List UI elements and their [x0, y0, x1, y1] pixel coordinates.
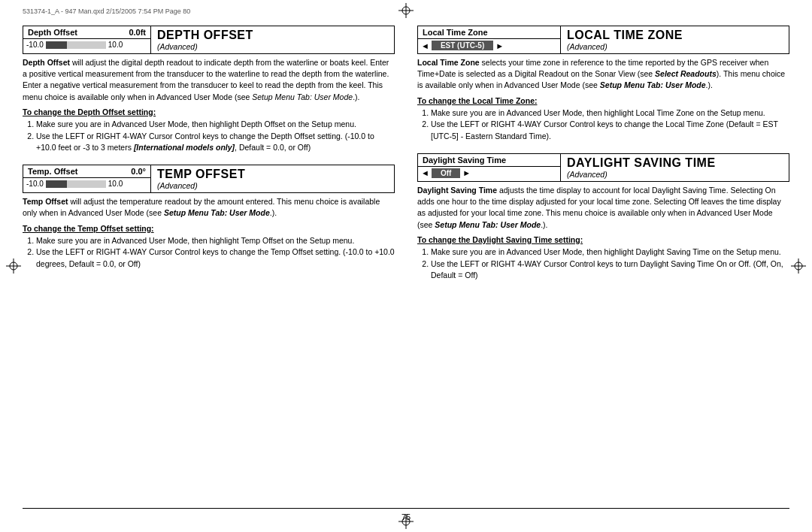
temp-offset-step-1: Make sure you are in Advanced User Mode,… — [36, 235, 395, 247]
daylight-saving-advanced: (Advanced) — [567, 170, 783, 179]
daylight-saving-change-title: To change the Daylight Saving Time setti… — [417, 235, 789, 244]
temp-offset-bold: Temp Offset — [23, 197, 68, 206]
depth-offset-change-title: To change the Depth Offset setting: — [23, 107, 395, 116]
depth-offset-section: Depth Offset 0.0ft -10.0 10.0 DEPTH OF — [23, 26, 395, 154]
depth-offset-step-1: Make sure you are in Advanced User Mode,… — [36, 119, 395, 131]
local-time-zone-change-title: To change the Local Time Zone: — [417, 96, 789, 105]
temp-offset-header: Temp. Offset 0.0° -10.0 10.0 TEMP OFFS — [23, 165, 395, 193]
local-time-zone-advanced: (Advanced) — [567, 42, 783, 51]
temp-offset-slider-row: -10.0 10.0 — [23, 178, 150, 189]
left-column: Depth Offset 0.0ft -10.0 10.0 DEPTH OF — [23, 26, 395, 523]
daylight-saving-section: Daylight Saving Time ◄ Off ► DAYLIGHT SA… — [417, 153, 789, 282]
page-wrapper: 531374-1_A - 947 Man.qxd 2/15/2005 7:54 … — [0, 0, 812, 532]
temp-offset-steps: Make sure you are in Advanced User Mode,… — [36, 235, 395, 271]
local-time-zone-title-area: LOCAL TIME ZONE (Advanced) — [561, 26, 789, 53]
depth-offset-min: -10.0 — [26, 41, 44, 49]
depth-offset-ref: Setup Menu Tab: User Mode — [252, 92, 353, 101]
temp-offset-max: 10.0 — [108, 180, 123, 188]
depth-offset-top-row: Depth Offset 0.0ft — [23, 26, 150, 39]
local-time-zone-top-row: Local Time Zone — [418, 26, 560, 39]
main-content: Depth Offset 0.0ft -10.0 10.0 DEPTH OF — [0, 20, 812, 529]
local-time-zone-ref1-bold: Select Readouts — [655, 69, 717, 78]
depth-offset-fill — [46, 41, 67, 49]
daylight-saving-steps: Make sure you are in Advanced User Mode,… — [431, 246, 789, 282]
temp-offset-top-row: Temp. Offset 0.0° — [23, 165, 150, 178]
temp-offset-min: -10.0 — [26, 180, 44, 188]
daylight-saving-ref: Setup Menu Tab: User Mode — [435, 220, 541, 229]
crosshair-top-marker — [398, 3, 414, 18]
local-time-zone-left-arrow[interactable]: ◄ — [421, 41, 429, 50]
temp-offset-title-area: TEMP OFFSET (Advanced) — [151, 165, 394, 192]
daylight-saving-value: Off — [432, 168, 460, 178]
daylight-saving-left-arrow[interactable]: ◄ — [421, 168, 429, 177]
temp-offset-label: Temp. Offset — [28, 167, 77, 176]
local-time-zone-ref2-bold: Setup Menu Tab: User Mode — [600, 80, 706, 89]
crosshair-right-marker — [791, 258, 806, 274]
daylight-saving-top-row: Daylight Saving Time — [418, 154, 560, 167]
depth-offset-intl: [International models only] — [134, 143, 235, 152]
temp-offset-value: 0.0° — [131, 167, 146, 176]
daylight-saving-step-1: Make sure you are in Advanced User Mode,… — [431, 246, 789, 258]
depth-offset-body: Depth Offset will adjust the digital dep… — [23, 57, 395, 103]
temp-offset-big-title: TEMP OFFSET — [157, 168, 388, 181]
daylight-saving-bold: Daylight Saving Time — [417, 186, 497, 195]
local-time-zone-label-box: Local Time Zone ◄ EST (UTC-5) ► — [418, 26, 561, 53]
right-column: Local Time Zone ◄ EST (UTC-5) ► LOCAL TI… — [417, 26, 789, 523]
local-time-zone-ref2: Setup Menu Tab: User Mode — [600, 80, 706, 89]
daylight-saving-right-arrow[interactable]: ► — [462, 168, 471, 177]
temp-offset-fill — [46, 180, 67, 188]
depth-offset-label: Depth Offset — [28, 28, 77, 37]
temp-offset-step-2: Use the LEFT or RIGHT 4-WAY Cursor Contr… — [36, 246, 395, 271]
temp-offset-track[interactable] — [46, 180, 106, 188]
local-time-zone-step-2: Use the LEFT or RIGHT 4-WAY Cursor Contr… — [431, 119, 789, 143]
local-time-zone-section: Local Time Zone ◄ EST (UTC-5) ► LOCAL TI… — [417, 26, 789, 143]
daylight-saving-step-2: Use the LEFT or RIGHT 4-WAY Cursor Contr… — [431, 258, 789, 283]
crosshair-bottom-marker — [398, 514, 414, 529]
temp-offset-label-box: Temp. Offset 0.0° -10.0 10.0 — [23, 165, 151, 192]
depth-offset-header: Depth Offset 0.0ft -10.0 10.0 DEPTH OF — [23, 26, 395, 54]
local-time-zone-big-title: LOCAL TIME ZONE — [567, 29, 783, 42]
depth-offset-value: 0.0ft — [129, 28, 146, 37]
temp-offset-section: Temp. Offset 0.0° -10.0 10.0 TEMP OFFS — [23, 165, 395, 271]
depth-offset-intl-bold: [International models only] — [134, 143, 235, 152]
local-time-zone-header: Local Time Zone ◄ EST (UTC-5) ► LOCAL TI… — [417, 26, 789, 54]
daylight-saving-body: Daylight Saving Time adjusts the time di… — [417, 185, 789, 231]
depth-offset-max: 10.0 — [108, 41, 123, 49]
daylight-saving-ref-bold: Setup Menu Tab: User Mode — [435, 220, 541, 229]
depth-offset-track[interactable] — [46, 41, 106, 49]
daylight-saving-selector-row: ◄ Off ► — [418, 167, 560, 180]
daylight-saving-big-title: DAYLIGHT SAVING TIME — [567, 156, 783, 170]
depth-offset-label-box: Depth Offset 0.0ft -10.0 10.0 — [23, 26, 151, 53]
depth-offset-advanced: (Advanced) — [157, 42, 388, 51]
local-time-zone-label: Local Time Zone — [423, 28, 488, 37]
depth-offset-big-title: DEPTH OFFSET — [157, 29, 388, 42]
temp-offset-change-title: To change the Temp Offset setting: — [23, 224, 395, 233]
daylight-saving-header: Daylight Saving Time ◄ Off ► DAYLIGHT SA… — [417, 153, 789, 182]
local-time-zone-steps: Make sure you are in Advanced User Mode,… — [431, 107, 789, 143]
local-time-zone-bold: Local Time Zone — [417, 58, 480, 67]
local-time-zone-right-arrow[interactable]: ► — [495, 41, 504, 50]
depth-offset-step-2: Use the LEFT or RIGHT 4-WAY Cursor Contr… — [36, 131, 395, 155]
daylight-saving-title-area: DAYLIGHT SAVING TIME (Advanced) — [561, 154, 789, 181]
temp-offset-body: Temp Offset will adjust the temperature … — [23, 196, 395, 219]
local-time-zone-step-1: Make sure you are in Advanced User Mode,… — [431, 107, 789, 119]
local-time-zone-body: Local Time Zone selects your time zone i… — [417, 57, 789, 92]
temp-offset-ref: Setup Menu Tab: User Mode — [164, 208, 270, 217]
local-time-zone-value: EST (UTC-5) — [432, 41, 493, 50]
daylight-saving-label-box: Daylight Saving Time ◄ Off ► — [418, 154, 561, 181]
depth-offset-steps: Make sure you are in Advanced User Mode,… — [36, 119, 395, 154]
header-meta: 531374-1_A - 947 Man.qxd 2/15/2005 7:54 … — [23, 8, 190, 15]
temp-offset-ref-bold: Setup Menu Tab: User Mode — [164, 208, 270, 217]
depth-offset-slider-row: -10.0 10.0 — [23, 39, 150, 50]
depth-offset-title-area: DEPTH OFFSET (Advanced) — [151, 26, 394, 53]
daylight-saving-label: Daylight Saving Time — [423, 156, 506, 165]
local-time-zone-ref1: Select Readouts — [655, 69, 717, 78]
temp-offset-advanced: (Advanced) — [157, 181, 388, 190]
crosshair-left-marker — [6, 258, 21, 274]
local-time-zone-selector-row: ◄ EST (UTC-5) ► — [418, 39, 560, 52]
depth-offset-bold: Depth Offset — [23, 58, 70, 67]
